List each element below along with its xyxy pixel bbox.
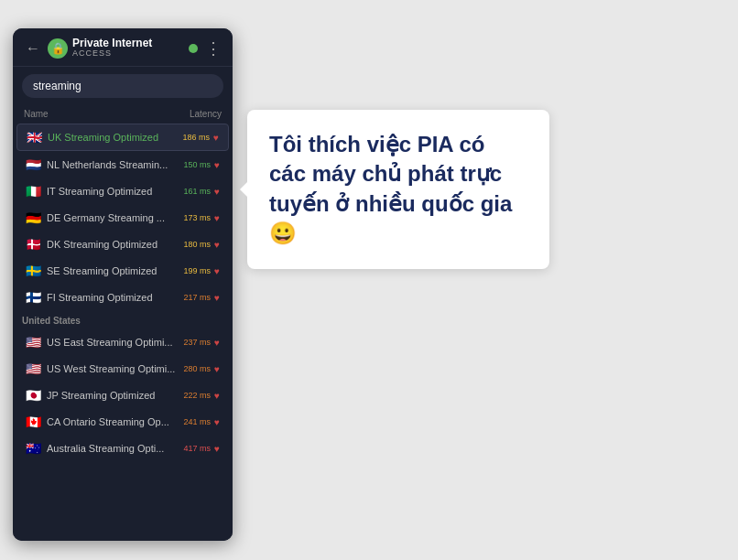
server-item-ca[interactable]: 🇨🇦 CA Ontario Streaming Op... 241 ms ♥ xyxy=(16,409,229,435)
app-window: ← 🔒 Private InternetACCESS ⋮ Name Latenc… xyxy=(13,28,233,541)
flag-us-east: 🇺🇸 xyxy=(26,335,41,350)
server-name-uk: UK Streaming Optimized xyxy=(48,132,158,143)
favorite-au[interactable]: ♥ xyxy=(214,444,220,454)
favorite-uk[interactable]: ♥ xyxy=(213,133,219,143)
flag-it: 🇮🇹 xyxy=(26,184,41,199)
latency-jp: 222 ms xyxy=(184,391,212,400)
favorite-dk[interactable]: ♥ xyxy=(214,240,220,250)
latency-de: 173 ms xyxy=(184,213,212,222)
flag-de: 🇩🇪 xyxy=(26,210,41,225)
back-button[interactable]: ← xyxy=(24,38,42,59)
flag-dk: 🇩🇰 xyxy=(26,237,41,252)
server-name-dk: DK Streaming Optimized xyxy=(47,239,157,250)
flag-fi: 🇫🇮 xyxy=(26,290,41,305)
favorite-us-east[interactable]: ♥ xyxy=(214,338,220,348)
favorite-ca[interactable]: ♥ xyxy=(214,417,220,427)
flag-au: 🇦🇺 xyxy=(26,441,41,456)
flag-us-west: 🇺🇸 xyxy=(26,361,41,376)
latency-column-header: Latency xyxy=(190,109,222,119)
server-item-fi[interactable]: 🇫🇮 FI Streaming Optimized 217 ms ♥ xyxy=(16,285,229,310)
logo-icon: 🔒 xyxy=(48,38,68,59)
favorite-fi[interactable]: ♥ xyxy=(214,293,220,303)
server-item-nl[interactable]: 🇳🇱 NL Netherlands Streamin... 150 ms ♥ xyxy=(16,152,229,178)
server-item-it[interactable]: 🇮🇹 IT Streaming Optimized 161 ms ♥ xyxy=(16,178,229,204)
latency-au: 417 ms xyxy=(184,444,212,453)
latency-uk: 186 ms xyxy=(183,133,211,142)
latency-nl: 150 ms xyxy=(184,160,212,169)
server-item-uk[interactable]: 🇬🇧 UK Streaming Optimized 186 ms ♥ xyxy=(16,124,229,151)
column-headers: Name Latency xyxy=(13,105,233,123)
more-button[interactable]: ⋮ xyxy=(205,38,222,59)
server-item-se[interactable]: 🇸🇪 SE Streaming Optimized 199 ms ♥ xyxy=(16,258,229,284)
latency-it: 161 ms xyxy=(184,187,212,196)
server-name-it: IT Streaming Optimized xyxy=(47,186,152,197)
server-item-au[interactable]: 🇦🇺 Australia Streaming Opti... 417 ms ♥ xyxy=(16,436,229,461)
callout-text: Tôi thích việc PIA có các máy chủ phát t… xyxy=(269,130,527,249)
server-name-au: Australia Streaming Opti... xyxy=(47,443,164,454)
favorite-us-west[interactable]: ♥ xyxy=(214,364,220,374)
search-bar xyxy=(13,67,233,105)
logo-text: Private InternetACCESS xyxy=(72,38,152,59)
server-item-us-east[interactable]: 🇺🇸 US East Streaming Optimi... 237 ms ♥ xyxy=(16,329,229,355)
latency-fi: 217 ms xyxy=(184,293,212,302)
logo-area: 🔒 Private InternetACCESS xyxy=(48,38,152,59)
server-item-dk[interactable]: 🇩🇰 DK Streaming Optimized 180 ms ♥ xyxy=(16,232,229,257)
latency-ca: 241 ms xyxy=(184,417,212,426)
flag-ca: 🇨🇦 xyxy=(26,415,41,429)
favorite-de[interactable]: ♥ xyxy=(214,213,220,223)
favorite-se[interactable]: ♥ xyxy=(214,266,220,276)
server-name-jp: JP Streaming Optimized xyxy=(47,390,155,401)
server-name-fi: FI Streaming Optimized xyxy=(47,292,153,303)
server-name-ca: CA Ontario Streaming Op... xyxy=(47,416,169,427)
search-input[interactable] xyxy=(22,74,223,98)
flag-nl: 🇳🇱 xyxy=(26,157,41,172)
favorite-nl[interactable]: ♥ xyxy=(214,160,220,170)
latency-dk: 180 ms xyxy=(184,240,212,249)
status-indicator xyxy=(189,44,198,53)
name-column-header: Name xyxy=(24,109,49,119)
latency-us-east: 237 ms xyxy=(184,338,212,347)
server-item-de[interactable]: 🇩🇪 DE Germany Streaming ... 173 ms ♥ xyxy=(16,205,229,231)
section-header-us: United States xyxy=(13,311,233,328)
server-list[interactable]: 🇬🇧 UK Streaming Optimized 186 ms ♥ 🇳🇱 NL… xyxy=(13,123,233,541)
server-item-jp[interactable]: 🇯🇵 JP Streaming Optimized 222 ms ♥ xyxy=(16,382,229,408)
server-name-de: DE Germany Streaming ... xyxy=(47,212,165,223)
flag-se: 🇸🇪 xyxy=(26,264,41,278)
app-header: ← 🔒 Private InternetACCESS ⋮ xyxy=(13,28,233,67)
flag-jp: 🇯🇵 xyxy=(26,388,41,403)
favorite-it[interactable]: ♥ xyxy=(214,187,220,197)
flag-uk: 🇬🇧 xyxy=(27,130,42,145)
callout-box: Tôi thích việc PIA có các máy chủ phát t… xyxy=(247,110,549,269)
server-name-nl: NL Netherlands Streamin... xyxy=(47,159,168,170)
server-name-us-east: US East Streaming Optimi... xyxy=(47,337,173,348)
latency-se: 199 ms xyxy=(184,266,212,275)
header-left: ← 🔒 Private InternetACCESS xyxy=(24,38,152,59)
header-right: ⋮ xyxy=(189,38,222,59)
latency-us-west: 280 ms xyxy=(184,364,212,373)
server-name-se: SE Streaming Optimized xyxy=(47,265,157,276)
favorite-jp[interactable]: ♥ xyxy=(214,391,220,401)
server-item-us-west[interactable]: 🇺🇸 US West Streaming Optimi... 280 ms ♥ xyxy=(16,356,229,382)
server-name-us-west: US West Streaming Optimi... xyxy=(47,363,175,374)
